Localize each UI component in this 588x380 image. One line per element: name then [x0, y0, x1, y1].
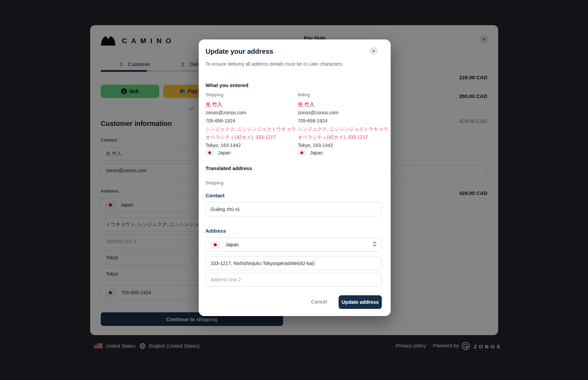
- chevron-up-down-icon: [373, 241, 377, 248]
- entered-billing-country: Japan: [298, 150, 323, 155]
- japan-flag-icon: [298, 150, 306, 155]
- update-address-button[interactable]: Update address: [339, 295, 382, 309]
- entered-billing-label: Billing: [298, 92, 310, 97]
- entered-shipping-label: Shipping: [206, 92, 224, 97]
- entered-shipping-phone: 705-658-1924: [206, 118, 235, 123]
- translated-contact-label: Contact: [206, 193, 225, 198]
- entered-billing-address-line1: シンジュクク, ニシシンジュクトウキョウ: [298, 126, 388, 132]
- modal-close-button[interactable]: ✕: [370, 47, 378, 55]
- entered-billing-address-line2: オペラシティ(42カイ), 333-1217: [298, 134, 368, 141]
- translated-country-value: Japan: [225, 242, 239, 247]
- translated-address-line1-input[interactable]: [206, 257, 382, 270]
- update-address-modal: Update your address ✕ To ensure delivery…: [199, 39, 391, 316]
- entered-shipping-address-line2: オペラシティ(42カイ), 333-1217: [206, 134, 276, 141]
- japan-flag-icon: [211, 242, 220, 248]
- entered-billing-city-postal: Tokyo, 163-1442: [298, 143, 333, 148]
- entered-shipping-email: zonos@zonos.com: [206, 110, 246, 115]
- modal-subtitle: To ensure delivery all address details m…: [206, 61, 343, 67]
- translated-shipping-label: Shipping: [206, 180, 224, 185]
- entered-billing-phone: 705-658-1924: [298, 118, 327, 123]
- translated-country-select[interactable]: Japan: [206, 237, 382, 252]
- entered-heading: What you entered: [206, 82, 248, 88]
- cancel-button[interactable]: Cancel: [311, 299, 327, 304]
- entered-billing-name: 光 竹入: [298, 101, 314, 108]
- modal-title: Update your address: [206, 48, 273, 55]
- translated-address-label: Address: [206, 228, 226, 234]
- translated-contact-input[interactable]: [206, 202, 382, 216]
- entered-shipping-country: Japan: [206, 150, 231, 155]
- japan-flag-icon: [206, 150, 214, 155]
- entered-shipping-name: 光 竹入: [206, 101, 222, 108]
- close-icon: ✕: [372, 49, 375, 53]
- translated-address-line2-input[interactable]: [206, 273, 382, 286]
- translated-heading: Translated address: [206, 165, 252, 171]
- entered-billing-email: zonos@zonos.com: [298, 110, 338, 115]
- entered-shipping-city-postal: Tokyo, 163-1442: [206, 143, 241, 148]
- entered-shipping-address-line1: シンジュクク, ニシシンジュクトウキョウ: [206, 126, 296, 132]
